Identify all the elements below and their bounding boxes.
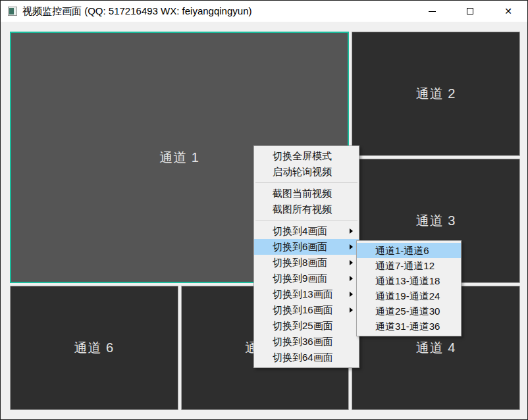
titlebar[interactable]: 视频监控画面 (QQ: 517216493 WX: feiyangqingyun…	[1, 1, 527, 22]
menu-item-switch-8[interactable]: 切换到8画面	[254, 255, 359, 271]
menu-item-label: 切换到8画面	[273, 257, 327, 268]
menu-item-switch-36[interactable]: 切换到36画面	[254, 334, 359, 350]
maximize-icon	[467, 8, 473, 14]
close-icon: ✕	[504, 7, 512, 16]
context-menu: 切换全屏模式 启动轮询视频 截图当前视频 截图所有视频 切换到4画面 切换到6画…	[253, 145, 359, 368]
window-title: 视频监控画面 (QQ: 517216493 WX: feiyangqingyun…	[22, 5, 252, 18]
menu-item-snapshot-current[interactable]: 截图当前视频	[254, 186, 359, 201]
submenu-item-ch7-12[interactable]: 通道7-通道12	[357, 258, 461, 273]
menu-item-label: 切换到9画面	[273, 273, 327, 284]
menu-item-label: 切换到16画面	[273, 304, 333, 315]
menu-item-switch-25[interactable]: 切换到25画面	[254, 318, 359, 334]
submenu-item-ch13-18[interactable]: 通道13-通道18	[357, 273, 461, 288]
menu-item-switch-9[interactable]: 切换到9画面	[254, 271, 359, 286]
menu-item-switch-6[interactable]: 切换到6画面	[254, 239, 359, 255]
close-button[interactable]: ✕	[489, 1, 527, 22]
minimize-button[interactable]	[413, 1, 451, 22]
menu-item-poll-video[interactable]: 启动轮询视频	[254, 164, 359, 180]
submenu-item-ch25-30[interactable]: 通道25-通道30	[357, 303, 461, 319]
app-icon-pane	[9, 8, 14, 14]
menu-item-label: 切换到6画面	[273, 241, 327, 252]
menu-separator	[255, 182, 357, 183]
submenu-arrow-icon	[350, 307, 353, 313]
submenu-item-ch1-6[interactable]: 通道1-通道6	[357, 243, 461, 258]
menu-separator	[255, 220, 357, 221]
channel-label: 通道 1	[159, 149, 199, 167]
submenu-arrow-icon	[350, 228, 353, 234]
menu-item-snapshot-all[interactable]: 截图所有视频	[254, 201, 359, 217]
submenu-item-ch19-24[interactable]: 通道19-通道24	[357, 288, 461, 303]
context-submenu: 通道1-通道6 通道7-通道12 通道13-通道18 通道19-通道24 通道2…	[356, 240, 462, 336]
window-controls: ✕	[413, 1, 527, 22]
menu-item-switch-16[interactable]: 切换到16画面	[254, 302, 359, 318]
menu-item-switch-64[interactable]: 切换到64画面	[254, 350, 359, 365]
minimize-icon	[429, 11, 436, 12]
channel-label: 通道 2	[416, 85, 456, 103]
channel-label: 通道 3	[416, 212, 456, 230]
submenu-arrow-icon	[350, 276, 353, 281]
menu-item-switch-13[interactable]: 切换到13画面	[254, 286, 359, 302]
app-window: { "window": { "title": "视频监控画面 (QQ: 5172…	[0, 0, 528, 420]
menu-item-fullscreen[interactable]: 切换全屏模式	[254, 148, 359, 164]
menu-item-label: 切换到4画面	[273, 225, 327, 236]
maximize-button[interactable]	[451, 1, 489, 22]
channel-cell-6[interactable]: 通道 6	[10, 286, 178, 410]
submenu-item-ch31-36[interactable]: 通道31-通道36	[357, 319, 461, 334]
menu-item-switch-4[interactable]: 切换到4画面	[254, 223, 359, 239]
menu-item-label: 切换到13画面	[273, 288, 333, 300]
submenu-arrow-icon	[350, 244, 353, 249]
channel-cell-2[interactable]: 通道 2	[352, 32, 520, 156]
app-icon	[8, 7, 17, 16]
submenu-arrow-icon	[350, 260, 353, 265]
channel-label: 通道 6	[74, 339, 114, 357]
submenu-arrow-icon	[350, 292, 353, 297]
channel-label: 通道 4	[416, 339, 456, 357]
